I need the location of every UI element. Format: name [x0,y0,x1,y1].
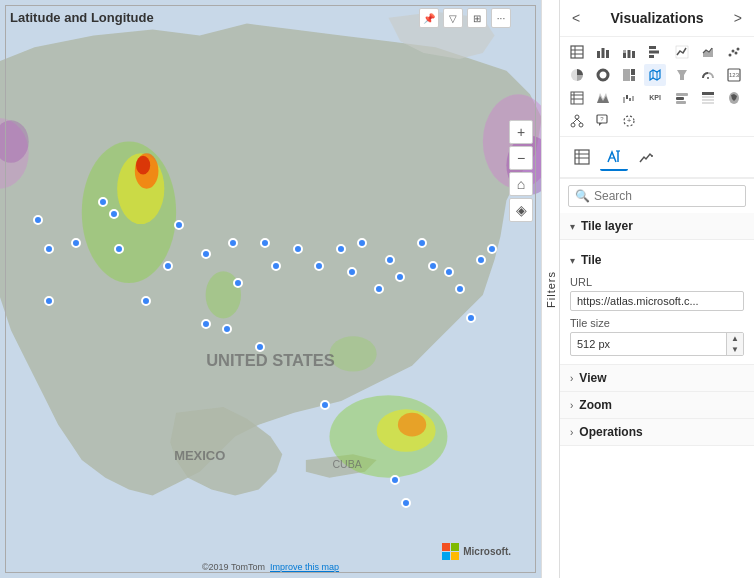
fields-tab-button[interactable] [568,143,596,171]
viz-icon-custom[interactable]: + [618,110,640,132]
viz-icon-slicer[interactable] [671,87,693,109]
zoom-title: Zoom [579,398,612,412]
more-icon[interactable]: ··· [491,8,511,28]
tile-size-input[interactable] [571,335,726,353]
search-box[interactable]: 🔍 [568,185,746,207]
svg-point-35 [734,52,737,55]
svg-rect-75 [575,150,589,164]
filter-icon[interactable]: ▽ [443,8,463,28]
zoom-chevron: › [570,400,573,411]
viz-icon-funnel[interactable] [671,64,693,86]
map-dot [444,267,454,277]
operations-section-header[interactable]: › Operations [560,419,754,446]
zoom-section-header[interactable]: › Zoom [560,392,754,419]
tile-size-down-button[interactable]: ▼ [727,344,743,355]
svg-text:123: 123 [729,72,740,78]
home-button[interactable]: ⌂ [509,172,533,196]
viz-icon-line[interactable] [671,41,693,63]
improve-map-link[interactable]: Improve this map [270,562,339,572]
viz-icon-card[interactable]: 123 [723,64,745,86]
svg-text:UNITED STATES: UNITED STATES [206,351,335,369]
analytics-tab-button[interactable] [632,143,660,171]
svg-point-13 [329,336,376,371]
tile-subsection-header[interactable]: ▾ Tile [570,248,744,272]
filters-strip[interactable]: Filters [541,0,559,578]
svg-point-38 [601,73,605,77]
viz-icon-matrix[interactable] [566,87,588,109]
search-icon: 🔍 [575,189,590,203]
svg-rect-61 [702,96,714,98]
tile-section-content: ▾ Tile URL Tile size ▲ ▼ [560,240,754,365]
viz-icon-ribbon[interactable] [592,87,614,109]
map-dot [401,498,411,508]
map-dot [44,244,54,254]
viz-icon-gauge[interactable] [697,64,719,86]
zoom-out-button[interactable]: − [509,146,533,170]
microsoft-logo: Microsoft. [442,543,511,560]
svg-rect-41 [631,76,635,81]
map-dot [336,244,346,254]
map-dot [357,238,367,248]
operations-title: Operations [579,425,642,439]
viz-icon-area[interactable] [697,41,719,63]
svg-rect-57 [676,93,688,96]
tile-chevron: ▾ [570,255,575,266]
map-dot [476,255,486,265]
svg-text:CUBA: CUBA [332,458,362,470]
map-dot [428,261,438,271]
svg-point-34 [731,50,734,53]
viz-icon-bar[interactable] [592,41,614,63]
viz-icon-waterfall[interactable] [618,87,640,109]
compass-button[interactable]: ◈ [509,198,533,222]
table-icon[interactable]: ⊞ [467,8,487,28]
url-label: URL [570,276,744,288]
viz-icon-stacked-bar[interactable] [618,41,640,63]
viz-icon-decomp[interactable] [566,110,588,132]
svg-point-67 [579,123,583,127]
search-input[interactable] [594,189,739,203]
viz-icon-hbar[interactable] [644,41,666,63]
viz-icon-table2[interactable] [697,87,719,109]
view-section-header[interactable]: › View [560,365,754,392]
filters-label: Filters [545,271,557,308]
map-dot [271,261,281,271]
viz-icon-treemap[interactable] [618,64,640,86]
svg-rect-54 [629,98,631,101]
svg-rect-40 [631,69,635,75]
map-dot [466,313,476,323]
map-dot [109,209,119,219]
viz-icon-qna[interactable]: ? [592,110,614,132]
map-dot [174,220,184,230]
svg-point-65 [575,115,579,119]
viz-icon-filled-map[interactable] [723,87,745,109]
svg-line-69 [577,119,581,123]
viz-icon-scatter[interactable] [723,41,745,63]
viz-icon-kpi[interactable]: KPI [644,87,666,109]
tile-size-up-button[interactable]: ▲ [727,333,743,344]
viz-icon-empty2 [671,110,693,132]
svg-point-4 [136,156,150,175]
tile-subsection-title: Tile [581,253,601,267]
format-tab-button[interactable] [600,143,628,171]
tile-layer-section-header[interactable]: ▾ Tile layer [560,213,754,240]
map-dot [455,284,465,294]
tile-layer-title: Tile layer [581,219,633,233]
svg-marker-44 [677,70,687,80]
svg-rect-39 [623,69,630,81]
svg-point-33 [728,54,731,57]
url-input[interactable] [570,291,744,311]
map-dot [260,238,270,248]
panel-expand-button[interactable]: > [732,8,744,28]
svg-rect-21 [597,51,600,58]
zoom-in-button[interactable]: + [509,120,533,144]
map-dot [385,255,395,265]
viz-icon-donut[interactable] [592,64,614,86]
viz-icon-map[interactable] [644,64,666,86]
svg-rect-28 [649,46,656,49]
panel-collapse-button[interactable]: < [570,8,582,28]
viz-icon-table[interactable] [566,41,588,63]
pin-icon[interactable]: 📌 [419,8,439,28]
map-dot [33,215,43,225]
viz-icon-pie[interactable] [566,64,588,86]
svg-rect-59 [676,101,686,104]
